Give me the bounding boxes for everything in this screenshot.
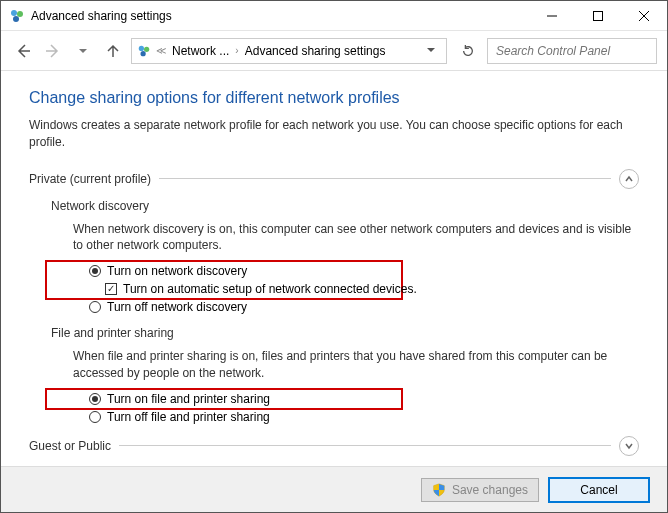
radio-icon xyxy=(89,393,101,405)
radio-label: Turn on file and printer sharing xyxy=(107,392,270,406)
network-discovery-description: When network discovery is on, this compu… xyxy=(51,221,639,255)
radio-label: Turn on network discovery xyxy=(107,264,247,278)
radio-network-discovery-on[interactable]: Turn on network discovery xyxy=(89,264,639,278)
network-discovery-title: Network discovery xyxy=(51,199,639,213)
svg-point-1 xyxy=(17,11,23,17)
profile-guest-section: Guest or Public xyxy=(29,436,639,456)
breadcrumb-dropdown-icon[interactable] xyxy=(420,44,442,58)
radio-network-discovery-off[interactable]: Turn off network discovery xyxy=(89,300,639,314)
checkbox-icon xyxy=(105,283,117,295)
chevron-left-icon[interactable]: ≪ xyxy=(154,45,168,56)
maximize-button[interactable] xyxy=(575,1,621,30)
breadcrumb-icon xyxy=(136,43,152,59)
radio-icon xyxy=(89,301,101,313)
content-area: Change sharing options for different net… xyxy=(1,71,667,466)
window-controls xyxy=(529,1,667,30)
checkbox-auto-setup[interactable]: Turn on automatic setup of network conne… xyxy=(89,282,639,296)
save-changes-button[interactable]: Save changes xyxy=(421,478,539,502)
svg-rect-4 xyxy=(594,11,603,20)
network-discovery-section: Network discovery When network discovery… xyxy=(29,199,639,315)
button-label: Save changes xyxy=(452,483,528,497)
back-button[interactable] xyxy=(11,39,35,63)
navbar: ≪ Network ... › Advanced sharing setting… xyxy=(1,31,667,71)
page-description: Windows creates a separate network profi… xyxy=(29,117,639,151)
svg-point-0 xyxy=(11,10,17,16)
close-button[interactable] xyxy=(621,1,667,30)
profile-private-label: Private (current profile) xyxy=(29,172,151,186)
cancel-button[interactable]: Cancel xyxy=(549,478,649,502)
search-input[interactable] xyxy=(494,43,650,59)
app-icon xyxy=(9,8,25,24)
radio-file-printer-on[interactable]: Turn on file and printer sharing xyxy=(89,392,639,406)
checkbox-label: Turn on automatic setup of network conne… xyxy=(123,282,417,296)
breadcrumb[interactable]: ≪ Network ... › Advanced sharing setting… xyxy=(131,38,447,64)
button-label: Cancel xyxy=(580,483,617,497)
profile-guest-label: Guest or Public xyxy=(29,439,111,453)
forward-button[interactable] xyxy=(41,39,65,63)
titlebar: Advanced sharing settings xyxy=(1,1,667,31)
radio-file-printer-off[interactable]: Turn off file and printer sharing xyxy=(89,410,639,424)
page-heading: Change sharing options for different net… xyxy=(29,89,639,107)
breadcrumb-item-network[interactable]: Network ... xyxy=(170,44,231,58)
shield-icon xyxy=(432,483,446,497)
radio-icon xyxy=(89,265,101,277)
divider xyxy=(119,445,611,446)
minimize-button[interactable] xyxy=(529,1,575,30)
profile-private-header[interactable]: Private (current profile) xyxy=(29,169,639,189)
file-printer-section: File and printer sharing When file and p… xyxy=(29,326,639,424)
radio-label: Turn off file and printer sharing xyxy=(107,410,270,424)
search-box[interactable] xyxy=(487,38,657,64)
recent-locations-button[interactable] xyxy=(71,39,95,63)
radio-label: Turn off network discovery xyxy=(107,300,247,314)
profile-guest-header[interactable]: Guest or Public xyxy=(29,436,639,456)
file-printer-title: File and printer sharing xyxy=(51,326,639,340)
collapse-button[interactable] xyxy=(619,169,639,189)
svg-point-9 xyxy=(141,51,146,56)
svg-point-7 xyxy=(139,45,144,50)
expand-button[interactable] xyxy=(619,436,639,456)
svg-point-8 xyxy=(144,46,149,51)
up-button[interactable] xyxy=(101,39,125,63)
radio-icon xyxy=(89,411,101,423)
file-printer-description: When file and printer sharing is on, fil… xyxy=(51,348,639,382)
divider xyxy=(159,178,611,179)
profile-private-section: Private (current profile) Network discov… xyxy=(29,169,639,424)
breadcrumb-item-current[interactable]: Advanced sharing settings xyxy=(243,44,388,58)
footer: Save changes Cancel xyxy=(1,466,667,512)
refresh-button[interactable] xyxy=(453,38,481,64)
chevron-right-icon: › xyxy=(233,45,240,56)
svg-point-2 xyxy=(13,16,19,22)
window-title: Advanced sharing settings xyxy=(31,9,529,23)
